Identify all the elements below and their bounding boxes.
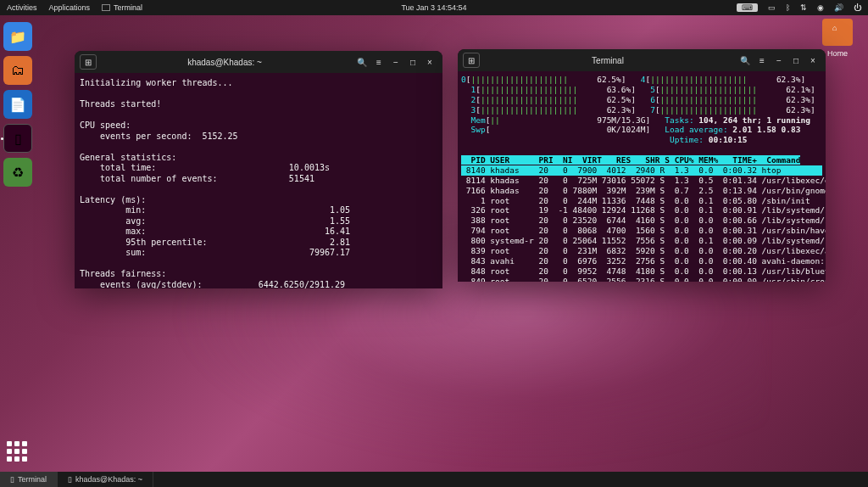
terminal-icon (102, 4, 110, 11)
top-bar: Activities Applications Terminal Tue Jan… (0, 0, 868, 15)
htop-row[interactable]: 1 root 20 0 244M 11336 7448 S 0.0 0.1 0:… (461, 196, 822, 206)
maximize-button[interactable]: □ (788, 53, 804, 68)
folder-icon (822, 19, 853, 46)
minimize-button[interactable]: − (388, 54, 403, 70)
taskbar-item-khadas[interactable]: ▯ khadas@Khadas: ~ (58, 472, 153, 487)
htop-row[interactable]: 388 root 20 0 23520 6744 4160 S 0.0 0.0 … (461, 216, 822, 226)
close-button[interactable]: × (422, 54, 437, 70)
dock-writer[interactable]: 📄 (3, 90, 32, 119)
htop-row[interactable]: 7166 khadas 20 0 7880M 392M 239M S 0.7 2… (461, 186, 822, 196)
dock-terminal[interactable]: ▯ (3, 124, 32, 153)
dock-trash[interactable]: ♻ (3, 158, 32, 187)
titlebar[interactable]: ⊞ khadas@Khadas: ~ 🔍 ≡ − □ × (75, 51, 442, 73)
dock-files[interactable]: 🗂 (3, 56, 32, 85)
lang-indicator[interactable]: ⌨ (737, 3, 758, 12)
htop-row[interactable]: 800 systemd-r 20 0 25064 11552 7556 S 0.… (461, 236, 822, 246)
window-title: Terminal (480, 56, 736, 65)
applications-button[interactable]: Applications (49, 3, 91, 12)
terminal-window-htop: ⊞ Terminal 🔍 ≡ − □ × 0[|||||||||||||||||… (458, 49, 826, 282)
terminal-content[interactable]: Initializing worker threads... Threads s… (75, 73, 442, 288)
network-icon[interactable]: ⇅ (800, 3, 807, 12)
active-app-indicator[interactable]: Terminal (102, 3, 142, 12)
taskbar-item-terminal[interactable]: ▯ Terminal (0, 472, 58, 487)
terminal-window-sysbench: ⊞ khadas@Khadas: ~ 🔍 ≡ − □ × Initializin… (75, 51, 442, 288)
wifi-icon[interactable]: ◉ (817, 3, 824, 12)
htop-row[interactable]: 8140 khadas 20 0 7900 4012 2940 R 1.3 0.… (461, 165, 822, 176)
htop-row[interactable]: 794 root 20 0 8068 4700 1560 S 0.0 0.0 0… (461, 226, 822, 236)
show-applications-button[interactable] (7, 441, 31, 465)
terminal-icon: ▯ (68, 475, 72, 484)
taskbar: ▯ Terminal ▯ khadas@Khadas: ~ (0, 472, 868, 487)
window-title: khadas@Khadas: ~ (97, 58, 353, 67)
keyboard-icon[interactable]: ▭ (768, 3, 776, 12)
htop-row[interactable]: 8114 khadas 20 0 725M 73016 55072 S 1.3 … (461, 176, 822, 186)
volume-icon[interactable]: 🔊 (834, 3, 843, 12)
htop-row[interactable]: 843 avahi 20 0 6976 3252 2756 S 0.0 0.0 … (461, 256, 822, 266)
dock-nautilus[interactable]: 📁 (3, 22, 32, 51)
dock: 📁 🗂 📄 ▯ ♻ (0, 19, 36, 472)
activities-button[interactable]: Activities (7, 3, 37, 12)
minimize-button[interactable]: − (771, 53, 787, 68)
htop-row[interactable]: 326 root 19 -1 48400 12924 11268 S 0.0 0… (461, 205, 822, 216)
clock[interactable]: Tue Jan 3 14:54:54 (401, 3, 466, 12)
bluetooth-icon[interactable]: ᛒ (786, 3, 790, 12)
menu-button[interactable]: ≡ (371, 54, 387, 70)
terminal-icon: ▯ (10, 475, 14, 484)
maximize-button[interactable]: □ (405, 54, 420, 70)
titlebar[interactable]: ⊞ Terminal 🔍 ≡ − □ × (458, 49, 826, 71)
new-tab-button[interactable]: ⊞ (80, 54, 97, 70)
power-icon[interactable]: ⏻ (854, 3, 861, 12)
search-button[interactable]: 🔍 (354, 54, 370, 70)
htop-row[interactable]: 848 root 20 0 9952 4748 4180 S 0.0 0.0 0… (461, 266, 822, 277)
search-button[interactable]: 🔍 (737, 53, 753, 68)
htop-content[interactable]: 0[|||||||||||||||||||| 62.5%] 4[||||||||… (458, 71, 826, 282)
htop-header: PID USER PRI NI VIRT RES SHR S CPU% MEM%… (461, 155, 800, 165)
menu-button[interactable]: ≡ (754, 53, 770, 68)
new-tab-button[interactable]: ⊞ (463, 53, 480, 68)
close-button[interactable]: × (805, 53, 821, 68)
htop-row[interactable]: 849 root 20 0 6520 2556 2316 S 0.0 0.0 0… (461, 277, 822, 283)
htop-row[interactable]: 839 root 20 0 231M 6832 5920 S 0.0 0.0 0… (461, 246, 822, 256)
